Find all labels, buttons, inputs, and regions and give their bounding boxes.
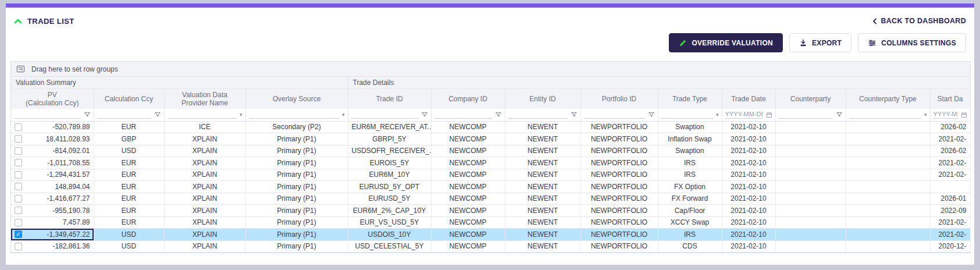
column-group-trade-details[interactable]: Trade Details xyxy=(348,77,970,88)
cell-counterparty_type[interactable] xyxy=(846,169,930,181)
cell-entity_id[interactable]: NEWENT xyxy=(505,193,580,205)
cell-portfolio_id[interactable]: NEWPORTFOLIO xyxy=(580,229,658,241)
cell-company_id[interactable]: NEWCOMP xyxy=(431,216,505,229)
cell-entity_id[interactable]: NEWENT xyxy=(505,145,580,157)
row-group-dropzone[interactable]: Drag here to set row groups xyxy=(11,62,970,77)
cell-start_date[interactable]: 2020-12- xyxy=(930,240,970,253)
cell-valuation_data_provider_name[interactable]: XPLAIN xyxy=(164,145,245,157)
cell-overlay_source[interactable]: Primary (P1) xyxy=(245,181,348,193)
cell-overlay_source[interactable]: Primary (P1) xyxy=(245,216,348,229)
cell-counterparty_type[interactable] xyxy=(846,121,930,133)
row-checkbox[interactable]: ✓ xyxy=(15,230,22,238)
cell-overlay_source[interactable]: Primary (P1) xyxy=(245,205,348,217)
cell-start_date[interactable]: 2026-01 xyxy=(930,193,970,205)
column-header-start_date[interactable]: Start Da xyxy=(930,88,970,109)
table-row[interactable]: 148,894.04EURXPLAINPrimary (P1)EURUSD_5Y… xyxy=(11,181,970,193)
filter-input-counterparty[interactable] xyxy=(779,111,833,119)
cell-overlay_source[interactable]: Primary (P1) xyxy=(245,157,348,169)
cell-trade_date[interactable]: 2021-02-10 xyxy=(722,193,775,205)
cell-counterparty_type[interactable] xyxy=(846,157,930,169)
cell-trade_type[interactable]: FX Option xyxy=(658,181,722,193)
column-header-entity_id[interactable]: Entity ID xyxy=(505,88,580,109)
row-checkbox[interactable] xyxy=(15,159,22,166)
cell-counterparty_type[interactable] xyxy=(846,216,930,229)
cell-calculation_ccy[interactable]: USD xyxy=(94,145,164,157)
cell-counterparty[interactable] xyxy=(775,133,846,145)
cell-trade_date[interactable]: 2021-02-10 xyxy=(722,145,775,157)
cell-entity_id[interactable]: NEWENT xyxy=(505,133,580,145)
filter-input-valuation_data_provider_name[interactable] xyxy=(168,111,237,119)
cell-counterparty_type[interactable] xyxy=(846,133,930,145)
cell-calculation_ccy[interactable]: EUR xyxy=(94,181,164,193)
cell-trade_type[interactable]: CDS xyxy=(658,240,722,253)
cell-trade_id[interactable]: USDSOFR_RECEIVER_... xyxy=(348,145,431,157)
filter-input-portfolio_id[interactable] xyxy=(584,111,645,119)
export-button[interactable]: EXPORT xyxy=(789,33,851,52)
cell-company_id[interactable]: NEWCOMP xyxy=(431,121,505,133)
row-checkbox[interactable] xyxy=(15,219,22,226)
cell-entity_id[interactable]: NEWENT xyxy=(505,157,580,169)
cell-company_id[interactable]: NEWCOMP xyxy=(431,240,505,253)
filter-trade_date[interactable]: YYYY-MM-DD xyxy=(722,109,775,121)
cell-valuation_data_provider_name[interactable]: XPLAIN xyxy=(164,133,245,145)
cell-counterparty[interactable] xyxy=(775,229,846,241)
columns-settings-button[interactable]: COLUMNS SETTINGS xyxy=(858,33,966,52)
cell-trade_type[interactable]: IRS xyxy=(658,229,722,241)
filter-counterparty_type[interactable]: ▾ xyxy=(846,109,930,121)
cell-counterparty[interactable] xyxy=(775,169,846,181)
cell-trade_id[interactable]: EUR6M_2%_CAP_10Y xyxy=(348,205,431,217)
cell-valuation_data_provider_name[interactable]: ICE xyxy=(164,121,245,133)
column-header-counterparty_type[interactable]: Counterparty Type xyxy=(846,88,930,109)
cell-counterparty_type[interactable] xyxy=(846,193,930,205)
cell-overlay_source[interactable]: Primary (P1) xyxy=(245,169,348,181)
cell-trade_date[interactable]: 2021-02-10 xyxy=(722,157,775,169)
cell-trade_id[interactable]: EUR_VS_USD_5Y xyxy=(348,216,431,229)
column-header-trade_type[interactable]: Trade Type xyxy=(658,88,722,109)
cell-company_id[interactable]: NEWCOMP xyxy=(431,181,505,193)
back-to-dashboard-link[interactable]: BACK TO DASHBOARD xyxy=(872,17,966,25)
cell-overlay_source[interactable]: Primary (P1) xyxy=(245,145,348,157)
column-header-trade_date[interactable]: Trade Date xyxy=(722,88,775,109)
cell-trade_type[interactable]: Swaption xyxy=(658,145,722,157)
table-row[interactable]: -955,190.78EURXPLAINPrimary (P1)EUR6M_2%… xyxy=(11,205,970,217)
filter-input-calculation_ccy[interactable] xyxy=(97,111,151,119)
cell-company_id[interactable]: NEWCOMP xyxy=(431,205,505,217)
row-checkbox[interactable] xyxy=(15,207,22,214)
filter-counterparty[interactable] xyxy=(775,109,846,121)
cell-valuation_data_provider_name[interactable]: XPLAIN xyxy=(164,216,245,229)
cell-portfolio_id[interactable]: NEWPORTFOLIO xyxy=(580,193,658,205)
cell-counterparty[interactable] xyxy=(775,121,846,133)
cell-entity_id[interactable]: NEWENT xyxy=(505,205,580,217)
cell-trade_type[interactable]: Inflation Swap xyxy=(658,133,722,145)
table-row[interactable]: -1,416,677.27EURXPLAINPrimary (P1)EURUSD… xyxy=(11,193,970,205)
cell-counterparty_type[interactable] xyxy=(846,181,930,193)
row-checkbox[interactable] xyxy=(15,171,22,179)
table-row[interactable]: 7,457.89EURXPLAINPrimary (P1)EUR_VS_USD_… xyxy=(11,216,970,229)
cell-counterparty_type[interactable] xyxy=(846,145,930,157)
cell-counterparty[interactable] xyxy=(775,193,846,205)
cell-pv[interactable]: 18,411,028.93 xyxy=(11,133,94,145)
cell-overlay_source[interactable]: Primary (P1) xyxy=(245,229,348,241)
row-checkbox[interactable] xyxy=(15,243,22,250)
filter-input-trade_id[interactable] xyxy=(351,111,418,119)
override-valuation-button[interactable]: OVERRIDE VALUATION xyxy=(669,33,783,52)
cell-start_date[interactable] xyxy=(930,181,970,193)
row-checkbox[interactable] xyxy=(15,183,22,190)
cell-overlay_source[interactable]: Primary (P1) xyxy=(245,133,348,145)
cell-company_id[interactable]: NEWCOMP xyxy=(431,145,505,157)
table-row[interactable]: ✓-1,349,457.22USDXPLAINPrimary (P1)USDOI… xyxy=(11,229,970,241)
cell-calculation_ccy[interactable]: EUR xyxy=(94,205,164,217)
cell-trade_id[interactable]: EURUSD_5Y xyxy=(348,193,431,205)
cell-pv[interactable]: -955,190.78 xyxy=(11,205,94,217)
cell-pv[interactable]: -1,416,677.27 xyxy=(11,193,94,205)
cell-counterparty[interactable] xyxy=(775,157,846,169)
cell-pv[interactable]: -182,861.36 xyxy=(11,240,94,253)
cell-portfolio_id[interactable]: NEWPORTFOLIO xyxy=(580,169,658,181)
cell-portfolio_id[interactable]: NEWPORTFOLIO xyxy=(580,157,658,169)
table-row[interactable]: -520,789.89EURICESecondary (P2)EUR6M_REC… xyxy=(11,121,970,133)
table-row[interactable]: -182,861.36USDXPLAINPrimary (P1)USD_CELE… xyxy=(11,240,970,253)
column-header-trade_id[interactable]: Trade ID xyxy=(348,88,431,109)
cell-portfolio_id[interactable]: NEWPORTFOLIO xyxy=(580,181,658,193)
cell-start_date[interactable]: 2021-02- xyxy=(930,157,970,169)
cell-pv[interactable]: -1,011,708.55 xyxy=(11,157,94,169)
